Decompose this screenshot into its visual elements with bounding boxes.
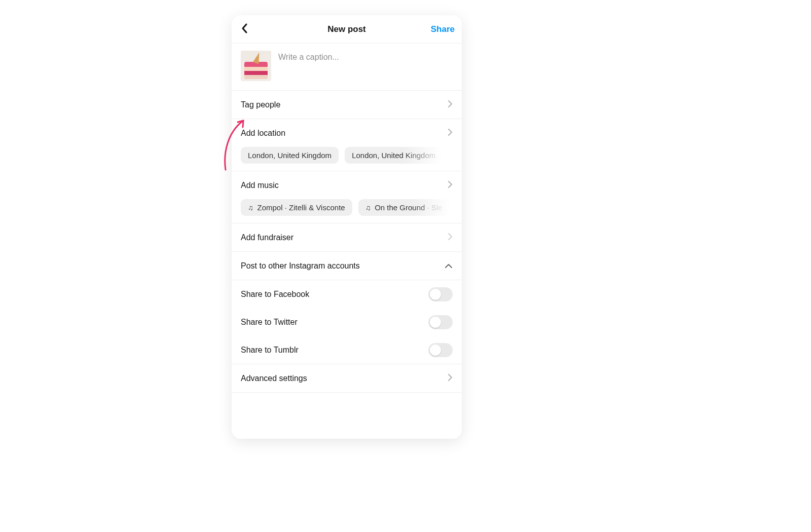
chevron-right-icon (448, 100, 453, 110)
header-title: New post (327, 24, 366, 34)
tag-people-row[interactable]: Tag people (232, 91, 462, 119)
music-chip[interactable]: ♫ On the Ground · Sle (358, 199, 450, 216)
advanced-settings-row[interactable]: Advanced settings (232, 364, 462, 393)
add-location-row[interactable]: Add location (232, 119, 462, 147)
header-bar: New post Share (232, 15, 462, 44)
chevron-right-icon (448, 233, 453, 243)
caption-row[interactable]: Write a caption... (232, 44, 462, 91)
add-music-label: Add music (241, 181, 279, 190)
add-fundraiser-row[interactable]: Add fundraiser (232, 223, 462, 252)
location-suggestions: London, United Kingdom London, United Ki… (232, 147, 462, 171)
location-chip[interactable]: London, United Kingdom (345, 147, 443, 164)
post-other-accounts-label: Post to other Instagram accounts (241, 261, 360, 271)
tag-people-label: Tag people (241, 100, 280, 109)
music-note-icon: ♫ (365, 204, 371, 211)
share-facebook-toggle[interactable] (428, 287, 453, 301)
back-button[interactable] (238, 15, 252, 43)
phone-frame: New post Share Write a caption... Tag pe… (232, 15, 462, 439)
share-tumblr-toggle[interactable] (428, 343, 453, 357)
chevron-right-icon (448, 128, 453, 138)
chevron-up-icon (445, 261, 453, 271)
music-artist: Sle (431, 203, 443, 212)
share-twitter-row: Share to Twitter (232, 308, 462, 336)
add-music-section: Add music ♫ Zompol · Zitelli & Visconte … (232, 171, 462, 223)
chevron-right-icon (448, 373, 453, 384)
chevron-right-icon (448, 180, 453, 191)
post-other-accounts-row[interactable]: Post to other Instagram accounts (232, 252, 462, 280)
music-chip[interactable]: ♫ Zompol · Zitelli & Visconte (241, 199, 352, 216)
add-music-row[interactable]: Add music (232, 171, 462, 199)
share-button[interactable]: Share (431, 15, 455, 43)
location-chip[interactable]: London, United Kingdom (241, 147, 339, 164)
music-suggestions: ♫ Zompol · Zitelli & Visconte ♫ On the G… (232, 199, 462, 223)
music-title: Zompol (257, 203, 283, 212)
share-tumblr-row: Share to Tumblr (232, 336, 462, 364)
advanced-settings-label: Advanced settings (241, 374, 307, 383)
music-note-icon: ♫ (248, 204, 253, 211)
share-facebook-row: Share to Facebook (232, 280, 462, 308)
music-artist: Zitelli & Visconte (289, 203, 345, 212)
share-twitter-label: Share to Twitter (241, 318, 298, 327)
add-location-section: Add location London, United Kingdom Lond… (232, 119, 462, 171)
share-facebook-label: Share to Facebook (241, 290, 309, 299)
share-tumblr-label: Share to Tumblr (241, 346, 299, 355)
music-title: On the Ground (375, 203, 425, 212)
share-twitter-toggle[interactable] (428, 315, 453, 329)
post-thumbnail[interactable] (241, 51, 271, 81)
chevron-left-icon (241, 23, 249, 36)
add-fundraiser-label: Add fundraiser (241, 233, 293, 242)
caption-input[interactable]: Write a caption... (278, 51, 339, 81)
add-location-label: Add location (241, 129, 285, 138)
